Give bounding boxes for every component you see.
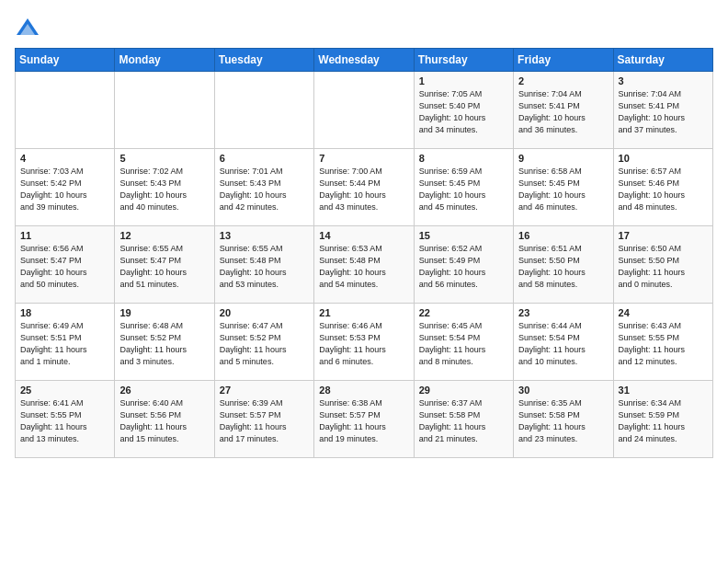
day-number: 5 — [119, 153, 209, 164]
calendar-header-row: SundayMondayTuesdayWednesdayThursdayFrid… — [16, 49, 713, 72]
day-number: 6 — [220, 153, 309, 164]
day-number: 30 — [518, 385, 608, 396]
calendar-cell: 4Sunrise: 7:03 AM Sunset: 5:42 PM Daylig… — [16, 149, 115, 226]
cell-daylight-info: Sunrise: 7:03 AM Sunset: 5:42 PM Dayligh… — [20, 166, 109, 213]
calendar-cell: 16Sunrise: 6:51 AM Sunset: 5:50 PM Dayli… — [514, 226, 613, 304]
cell-daylight-info: Sunrise: 7:01 AM Sunset: 5:43 PM Dayligh… — [220, 166, 309, 213]
day-number: 27 — [220, 385, 309, 396]
day-number: 8 — [419, 153, 508, 164]
calendar-week-row: 25Sunrise: 6:41 AM Sunset: 5:55 PM Dayli… — [16, 381, 713, 458]
calendar-cell: 21Sunrise: 6:46 AM Sunset: 5:53 PM Dayli… — [314, 304, 414, 381]
cell-daylight-info: Sunrise: 6:55 AM Sunset: 5:47 PM Dayligh… — [119, 243, 209, 291]
calendar-cell: 3Sunrise: 7:04 AM Sunset: 5:41 PM Daylig… — [613, 72, 712, 149]
weekday-header-wednesday: Wednesday — [314, 49, 414, 72]
calendar-cell: 8Sunrise: 6:59 AM Sunset: 5:45 PM Daylig… — [414, 149, 513, 226]
weekday-header-monday: Monday — [115, 49, 214, 72]
calendar-cell: 28Sunrise: 6:38 AM Sunset: 5:57 PM Dayli… — [314, 381, 414, 458]
cell-daylight-info: Sunrise: 6:43 AM Sunset: 5:55 PM Dayligh… — [619, 320, 708, 368]
calendar-cell: 27Sunrise: 6:39 AM Sunset: 5:57 PM Dayli… — [214, 381, 313, 458]
weekday-header-friday: Friday — [514, 49, 613, 72]
cell-daylight-info: Sunrise: 6:47 AM Sunset: 5:52 PM Dayligh… — [220, 320, 309, 368]
calendar-cell: 18Sunrise: 6:49 AM Sunset: 5:51 PM Dayli… — [16, 304, 115, 381]
day-number: 18 — [20, 307, 109, 318]
cell-daylight-info: Sunrise: 6:58 AM Sunset: 5:45 PM Dayligh… — [518, 166, 608, 213]
calendar-cell — [16, 72, 115, 149]
calendar-cell: 22Sunrise: 6:45 AM Sunset: 5:54 PM Dayli… — [414, 304, 513, 381]
day-number: 21 — [319, 307, 408, 318]
day-number: 29 — [419, 385, 508, 396]
calendar-cell: 29Sunrise: 6:37 AM Sunset: 5:58 PM Dayli… — [414, 381, 513, 458]
day-number: 23 — [518, 307, 608, 318]
day-number: 4 — [20, 153, 109, 164]
day-number: 1 — [419, 75, 508, 86]
logo — [15, 15, 44, 40]
calendar-week-row: 1Sunrise: 7:05 AM Sunset: 5:40 PM Daylig… — [16, 72, 713, 149]
calendar-cell: 20Sunrise: 6:47 AM Sunset: 5:52 PM Dayli… — [214, 304, 313, 381]
day-number: 22 — [419, 307, 508, 318]
day-number: 3 — [619, 75, 708, 86]
day-number: 2 — [518, 75, 608, 86]
cell-daylight-info: Sunrise: 6:59 AM Sunset: 5:45 PM Dayligh… — [419, 166, 508, 213]
calendar-week-row: 4Sunrise: 7:03 AM Sunset: 5:42 PM Daylig… — [16, 149, 713, 226]
weekday-header-tuesday: Tuesday — [214, 49, 313, 72]
calendar-cell: 13Sunrise: 6:55 AM Sunset: 5:48 PM Dayli… — [214, 226, 313, 304]
calendar-cell: 25Sunrise: 6:41 AM Sunset: 5:55 PM Dayli… — [16, 381, 115, 458]
cell-daylight-info: Sunrise: 6:44 AM Sunset: 5:54 PM Dayligh… — [518, 320, 608, 368]
cell-daylight-info: Sunrise: 6:40 AM Sunset: 5:56 PM Dayligh… — [119, 397, 209, 445]
calendar-table: SundayMondayTuesdayWednesdayThursdayFrid… — [15, 48, 713, 458]
calendar-cell: 30Sunrise: 6:35 AM Sunset: 5:58 PM Dayli… — [514, 381, 613, 458]
cell-daylight-info: Sunrise: 6:48 AM Sunset: 5:52 PM Dayligh… — [119, 320, 209, 368]
cell-daylight-info: Sunrise: 7:02 AM Sunset: 5:43 PM Dayligh… — [119, 166, 209, 213]
cell-daylight-info: Sunrise: 6:38 AM Sunset: 5:57 PM Dayligh… — [319, 397, 408, 445]
calendar-cell: 17Sunrise: 6:50 AM Sunset: 5:50 PM Dayli… — [613, 226, 712, 304]
weekday-header-saturday: Saturday — [613, 49, 712, 72]
cell-daylight-info: Sunrise: 6:50 AM Sunset: 5:50 PM Dayligh… — [619, 243, 708, 291]
cell-daylight-info: Sunrise: 6:55 AM Sunset: 5:48 PM Dayligh… — [220, 243, 309, 291]
calendar-cell: 7Sunrise: 7:00 AM Sunset: 5:44 PM Daylig… — [314, 149, 414, 226]
day-number: 14 — [319, 230, 408, 241]
cell-daylight-info: Sunrise: 6:52 AM Sunset: 5:49 PM Dayligh… — [419, 243, 508, 291]
day-number: 16 — [518, 230, 608, 241]
cell-daylight-info: Sunrise: 6:41 AM Sunset: 5:55 PM Dayligh… — [20, 397, 109, 445]
calendar-cell: 31Sunrise: 6:34 AM Sunset: 5:59 PM Dayli… — [613, 381, 712, 458]
calendar-cell: 12Sunrise: 6:55 AM Sunset: 5:47 PM Dayli… — [115, 226, 214, 304]
cell-daylight-info: Sunrise: 6:45 AM Sunset: 5:54 PM Dayligh… — [419, 320, 508, 368]
day-number: 26 — [119, 385, 209, 396]
cell-daylight-info: Sunrise: 6:57 AM Sunset: 5:46 PM Dayligh… — [619, 166, 708, 213]
day-number: 12 — [119, 230, 209, 241]
calendar-cell: 24Sunrise: 6:43 AM Sunset: 5:55 PM Dayli… — [613, 304, 712, 381]
cell-daylight-info: Sunrise: 6:46 AM Sunset: 5:53 PM Dayligh… — [319, 320, 408, 368]
calendar-cell: 5Sunrise: 7:02 AM Sunset: 5:43 PM Daylig… — [115, 149, 214, 226]
calendar-cell: 26Sunrise: 6:40 AM Sunset: 5:56 PM Dayli… — [115, 381, 214, 458]
calendar-cell: 14Sunrise: 6:53 AM Sunset: 5:48 PM Dayli… — [314, 226, 414, 304]
cell-daylight-info: Sunrise: 6:34 AM Sunset: 5:59 PM Dayligh… — [619, 397, 708, 445]
weekday-header-sunday: Sunday — [16, 49, 115, 72]
day-number: 11 — [20, 230, 109, 241]
calendar-cell: 9Sunrise: 6:58 AM Sunset: 5:45 PM Daylig… — [514, 149, 613, 226]
day-number: 20 — [220, 307, 309, 318]
cell-daylight-info: Sunrise: 6:35 AM Sunset: 5:58 PM Dayligh… — [518, 397, 608, 445]
logo-icon — [15, 15, 40, 40]
calendar-cell: 23Sunrise: 6:44 AM Sunset: 5:54 PM Dayli… — [514, 304, 613, 381]
day-number: 24 — [619, 307, 708, 318]
cell-daylight-info: Sunrise: 7:04 AM Sunset: 5:41 PM Dayligh… — [518, 88, 608, 136]
cell-daylight-info: Sunrise: 6:49 AM Sunset: 5:51 PM Dayligh… — [20, 320, 109, 368]
cell-daylight-info: Sunrise: 6:56 AM Sunset: 5:47 PM Dayligh… — [20, 243, 109, 291]
calendar-cell: 19Sunrise: 6:48 AM Sunset: 5:52 PM Dayli… — [115, 304, 214, 381]
calendar-cell: 15Sunrise: 6:52 AM Sunset: 5:49 PM Dayli… — [414, 226, 513, 304]
cell-daylight-info: Sunrise: 7:00 AM Sunset: 5:44 PM Dayligh… — [319, 166, 408, 213]
calendar-cell: 2Sunrise: 7:04 AM Sunset: 5:41 PM Daylig… — [514, 72, 613, 149]
page-header — [15, 15, 713, 40]
calendar-cell — [314, 72, 414, 149]
calendar-cell: 11Sunrise: 6:56 AM Sunset: 5:47 PM Dayli… — [16, 226, 115, 304]
weekday-header-thursday: Thursday — [414, 49, 513, 72]
day-number: 7 — [319, 153, 408, 164]
day-number: 31 — [619, 385, 708, 396]
calendar-cell — [115, 72, 214, 149]
cell-daylight-info: Sunrise: 6:51 AM Sunset: 5:50 PM Dayligh… — [518, 243, 608, 291]
day-number: 19 — [119, 307, 209, 318]
cell-daylight-info: Sunrise: 7:04 AM Sunset: 5:41 PM Dayligh… — [619, 88, 708, 136]
day-number: 28 — [319, 385, 408, 396]
calendar-week-row: 18Sunrise: 6:49 AM Sunset: 5:51 PM Dayli… — [16, 304, 713, 381]
day-number: 9 — [518, 153, 608, 164]
